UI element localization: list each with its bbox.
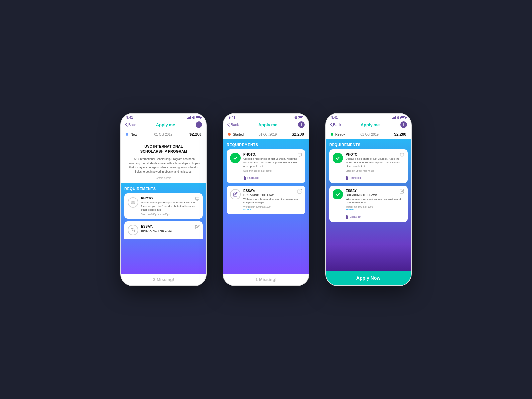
battery-icon-1: [196, 116, 201, 119]
photo-desc-1: Upload a nice photo of just yourself. Ke…: [141, 201, 200, 212]
photo-desc-3: Upload a nice photo of just yourself. Ke…: [346, 157, 404, 168]
status-bar-1: 9:41 ∈: [121, 114, 206, 120]
apply-now-button[interactable]: Apply Now: [326, 271, 411, 285]
status-bar-3: 9:41 ∈: [326, 114, 411, 120]
essay-desc-2: With so many laws and an ever increasing…: [243, 197, 302, 204]
essay-subtitle-3: BREAKING THE LAW:: [346, 193, 404, 197]
photo-card-3: PHOTO: Upload a nice photo of just yours…: [329, 149, 408, 183]
status-dot-2: [228, 133, 231, 136]
svg-rect-4: [400, 153, 404, 156]
website-link[interactable]: WEBSITE: [126, 177, 201, 180]
scholarship-info: UVC INTERNATIONALSCHOLARSHIP PROGRAM UVC…: [121, 139, 206, 183]
status-dot-3: [331, 133, 333, 136]
nav-bar-2: Back Apply.me. i: [223, 120, 309, 130]
essay-subtitle-2: BREAKING THE LAW:: [243, 193, 302, 197]
photo-meta-3: Size: min 350px max 460px: [346, 170, 404, 172]
phone-2: 9:41 ∈ Back Apply.me.: [223, 113, 309, 286]
back-button-3[interactable]: Back: [330, 123, 341, 127]
date-2: 01 Oct 2019: [259, 133, 277, 136]
essay-icon-1: [128, 225, 138, 235]
photo-desc-2: Upload a nice photo of just yourself. Ke…: [243, 157, 302, 168]
essay-action-2[interactable]: [297, 189, 302, 195]
apply-now-label: Apply Now: [356, 275, 380, 281]
status-indicator-2: Started: [228, 133, 244, 136]
photo-content-3: PHOTO: Upload a nice photo of just yours…: [346, 153, 404, 180]
date-1: 01 Oct 2019: [154, 133, 172, 136]
essay-card-3: ESSAY: BREAKING THE LAW: With so many la…: [329, 186, 408, 222]
phone-3: 9:41 ∈ Back Apply.me.: [325, 113, 412, 286]
bottom-bar-2: 1 Missing!: [223, 274, 309, 285]
essay-more-2[interactable]: MORE...: [243, 208, 302, 211]
essay-desc-3: With so many laws and an ever increasing…: [346, 197, 404, 204]
essay-content-1: ESSAY: BREAKING THE LAW:: [141, 225, 200, 233]
photo-name-1: PHOTO:: [141, 197, 200, 200]
photo-content-1: PHOTO: Upload a nice photo of just yours…: [141, 197, 200, 216]
photo-upload-action-2[interactable]: [297, 153, 302, 159]
time-2: 9:41: [229, 116, 235, 119]
phones-container: 9:41 ∈ Back Apply.me.: [107, 86, 425, 313]
status-icons-2: ∈: [290, 116, 303, 119]
info-button-3[interactable]: i: [400, 121, 407, 128]
essay-card-2: ESSAY: BREAKING THE LAW: With so many la…: [227, 186, 305, 214]
essay-name-1: ESSAY:: [141, 225, 200, 228]
essay-icon-2: [230, 189, 241, 200]
status-row-1: New 01 Oct 2019 $2,200: [121, 130, 206, 139]
status-dot-1: [126, 133, 128, 136]
back-button-2[interactable]: Back: [227, 123, 239, 127]
app-logo-3: Apply.me.: [361, 122, 381, 127]
back-button-1[interactable]: Back: [125, 123, 136, 127]
essay-check-icon-3: [332, 189, 343, 200]
photo-file-3: Photo.jpg: [346, 174, 404, 180]
essay-action-1[interactable]: [195, 225, 200, 231]
info-button-1[interactable]: i: [196, 121, 202, 128]
signal-icon-3: [392, 116, 396, 119]
essay-subtitle-1: BREAKING THE LAW:: [141, 229, 200, 232]
photo-file-2: Photo.jpg: [243, 174, 302, 180]
nav-bar-1: Back Apply.me. i: [121, 120, 206, 130]
status-label-2: Started: [233, 133, 244, 136]
date-3: 01 Oct 2019: [360, 133, 378, 136]
bottom-bar-1: 2 Missing!: [121, 274, 206, 285]
status-icons-1: ∈: [187, 116, 201, 119]
essay-content-3: ESSAY: BREAKING THE LAW: With so many la…: [346, 189, 404, 219]
svg-rect-3: [298, 153, 302, 156]
requirements-title-1: REQUIREMENTS: [124, 187, 203, 191]
essay-more-3[interactable]: MORE...: [346, 208, 404, 211]
photo-upload-action-3[interactable]: [400, 153, 404, 159]
photo-card-2: PHOTO: Upload a nice photo of just yours…: [227, 149, 305, 183]
wifi-icon-3: ∈: [397, 116, 399, 119]
scholarship-desc: UVC International Scholarship Program ha…: [126, 157, 201, 174]
info-button-2[interactable]: i: [298, 121, 305, 128]
photo-name-2: PHOTO:: [243, 153, 302, 156]
app-logo-1: Apply.me.: [156, 122, 176, 127]
status-row-3: Ready 01 Oct 2019 $2,200: [326, 130, 411, 139]
status-indicator-3: Ready: [331, 133, 345, 136]
photo-icon-1: [128, 197, 138, 208]
photo-content-2: PHOTO: Upload a nice photo of just yours…: [243, 153, 302, 180]
status-row-2: Started 01 Oct 2019 $2,200: [223, 130, 309, 139]
wifi-icon-2: ∈: [294, 116, 297, 119]
photo-card-1: PHOTO: Upload a nice photo of just yours…: [124, 193, 203, 219]
status-label-1: New: [131, 133, 137, 136]
amount-1: $2,200: [189, 132, 201, 137]
essay-content-2: ESSAY: BREAKING THE LAW: With so many la…: [243, 189, 302, 211]
battery-icon-2: [298, 116, 303, 119]
essay-action-3[interactable]: [400, 189, 404, 195]
essay-meta-3: Words: min 500 max 1000: [346, 206, 404, 208]
photo-check-icon-3: [332, 153, 343, 163]
missing-label-1: 2 Missing!: [153, 277, 174, 282]
status-indicator-1: New: [126, 133, 137, 136]
svg-rect-2: [196, 197, 199, 200]
requirements-section-2: REQUIREMENTS PHOTO: Upload a nice photo …: [223, 139, 309, 274]
essay-card-1: ESSAY: BREAKING THE LAW:: [124, 221, 203, 239]
photo-check-icon-2: [230, 153, 241, 163]
time-1: 9:41: [126, 116, 133, 119]
photo-meta-2: Size: min 350px max 460px: [243, 170, 302, 172]
amount-3: $2,200: [394, 132, 406, 137]
battery-icon-3: [400, 116, 406, 119]
amount-2: $2,200: [292, 132, 304, 137]
photo-action-1[interactable]: [195, 197, 200, 202]
nav-bar-3: Back Apply.me. i: [326, 120, 411, 130]
status-label-3: Ready: [335, 133, 345, 136]
requirements-title-2: REQUIREMENTS: [227, 143, 305, 147]
